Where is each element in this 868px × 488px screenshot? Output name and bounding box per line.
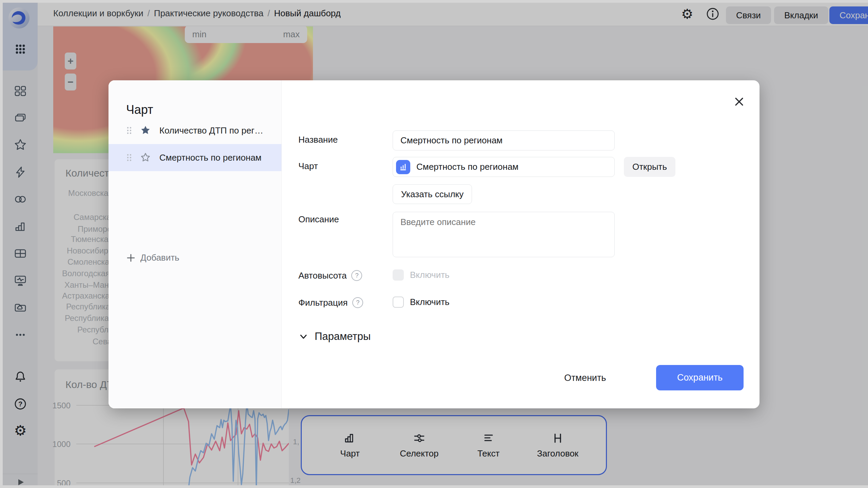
filtering-checkbox[interactable] [393, 297, 404, 308]
autoheight-checkbox-row: Включить [393, 269, 450, 281]
plus-icon [126, 253, 136, 263]
name-input[interactable] [393, 130, 615, 150]
drag-handle-icon[interactable] [126, 153, 132, 162]
autoheight-help-icon[interactable]: ? [351, 270, 362, 281]
chart-list-item[interactable]: Количество ДТП по рег… [108, 117, 281, 144]
params-section-label: Параметры [315, 330, 371, 343]
chart-select-value: Смертность по регионам [416, 162, 518, 172]
bar-chart-icon [399, 163, 408, 171]
star-outline-icon[interactable] [140, 152, 151, 163]
add-chart-label: Добавить [140, 252, 179, 263]
autoheight-checkbox [393, 269, 404, 281]
filtering-label: Фильтрация [298, 298, 348, 308]
chart-field-label: Чарт [298, 161, 318, 171]
description-field-label: Описание [298, 214, 339, 225]
description-textarea[interactable] [393, 212, 615, 257]
filtering-enable-label: Включить [410, 297, 450, 307]
filtering-help-icon[interactable]: ? [352, 297, 363, 308]
params-section-toggle[interactable]: Параметры [298, 330, 371, 343]
open-chart-button[interactable]: Открыть [624, 157, 675, 177]
window-frame-left [0, 3, 3, 485]
chart-select-field[interactable]: Смертность по регионам [393, 157, 615, 177]
name-field-label: Название [298, 135, 338, 145]
drag-handle-icon[interactable] [126, 126, 132, 135]
window-frame-bottom [0, 485, 868, 488]
set-link-button[interactable]: Указать ссылку [393, 184, 472, 204]
chart-settings-modal: Чарт Количество ДТП по рег… Смертность п… [108, 80, 760, 408]
chevron-down-icon [298, 331, 309, 342]
chart-list-item-label: Смертность по регионам [159, 152, 261, 163]
autoheight-label: Автовысота [298, 270, 347, 281]
cancel-button[interactable]: Отменить [562, 365, 608, 390]
autoheight-enable-label: Включить [410, 270, 450, 280]
filtering-row: Фильтрация ? [298, 297, 363, 308]
autoheight-row: Автовысота ? [298, 270, 362, 281]
modal-title: Чарт [126, 103, 153, 117]
modal-save-button[interactable]: Сохранить [656, 365, 744, 390]
window-frame-top [0, 0, 868, 3]
star-filled-icon[interactable] [140, 125, 151, 136]
modal-chart-list-panel: Чарт Количество ДТП по рег… Смертность п… [108, 80, 282, 408]
chart-list-item-selected[interactable]: Смертность по регионам [108, 144, 281, 171]
chart-type-badge [396, 160, 410, 174]
app-root: Коллекции и воркбуки / Практические руко… [0, 0, 868, 488]
close-icon[interactable] [726, 88, 753, 115]
chart-list-item-label: Количество ДТП по рег… [159, 125, 263, 136]
filtering-checkbox-row: Включить [393, 297, 450, 308]
add-chart-button[interactable]: Добавить [126, 252, 179, 263]
